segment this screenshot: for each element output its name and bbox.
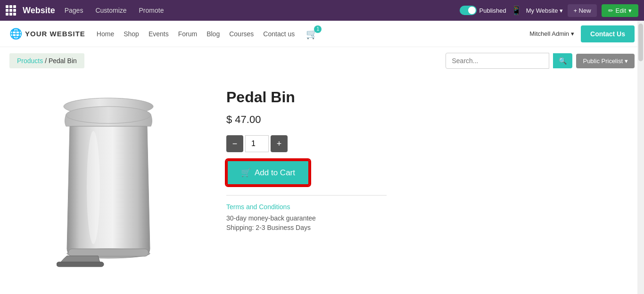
site-brand[interactable]: 🌐 YOUR WEBSITE [9, 28, 85, 40]
scrollbar-thumb[interactable] [638, 24, 643, 61]
quantity-input[interactable] [245, 135, 269, 152]
product-title: Pedal Bin [226, 89, 635, 106]
mobile-view-icon[interactable]: 📱 [511, 5, 521, 16]
cart-icon-wrap[interactable]: 🛒 1 [306, 28, 318, 40]
edit-button[interactable]: ✏ Edit ▾ [602, 4, 638, 17]
admin-nav-customize[interactable]: Customize [92, 5, 129, 16]
admin-bar: Website Pages Customize Promote Publishe… [0, 0, 644, 21]
breadcrumb: Products / Pedal Bin [9, 53, 84, 68]
breadcrumb-products-link[interactable]: Products [17, 57, 43, 65]
user-dropdown[interactable]: Mitchell Admin ▾ [529, 30, 574, 37]
quantity-decrease-button[interactable]: − [226, 135, 243, 152]
pricelist-button[interactable]: Public Pricelist ▾ [576, 54, 635, 68]
product-details: Pedal Bin $ 47.00 − + 🛒 Add to Cart Term… [226, 84, 635, 233]
pencil-icon: ✏ [608, 7, 613, 14]
breadcrumb-row: Products / Pedal Bin 🔍 Public Pricelist … [0, 47, 644, 74]
nav-forum[interactable]: Forum [178, 30, 197, 38]
breadcrumb-separator: / [45, 57, 47, 65]
product-image [57, 89, 160, 268]
website-navbar: 🌐 YOUR WEBSITE Home Shop Events Forum Bl… [0, 21, 644, 47]
contact-us-button[interactable]: Contact Us [581, 25, 635, 42]
admin-bar-left: Website Pages Customize Promote [6, 5, 452, 16]
published-label: Published [479, 7, 506, 14]
search-wrap: 🔍 Public Pricelist ▾ [446, 53, 635, 69]
edit-label: Edit [616, 7, 626, 14]
edit-chevron-icon: ▾ [628, 7, 632, 14]
nav-courses[interactable]: Courses [229, 30, 254, 38]
nav-contact-us[interactable]: Contact us [263, 30, 295, 38]
product-divider [226, 195, 387, 196]
published-toggle[interactable] [460, 6, 477, 15]
site-nav: Home Shop Events Forum Blog Courses Cont… [97, 28, 529, 40]
my-website-label: My Website [526, 7, 558, 14]
toggle-knob [468, 7, 476, 14]
pedal-bin-svg [57, 89, 160, 268]
user-chevron-icon: ▾ [571, 30, 574, 37]
nav-right: Mitchell Admin ▾ Contact Us [529, 25, 635, 42]
guarantee-text: 30-day money-back guarantee [226, 214, 635, 222]
cart-badge: 1 [314, 25, 322, 33]
quantity-row: − + [226, 135, 635, 152]
grid-menu-icon[interactable] [6, 5, 16, 16]
site-name: YOUR WEBSITE [25, 30, 85, 38]
quantity-increase-button[interactable]: + [271, 135, 288, 152]
shipping-text: Shipping: 2-3 Business Days [226, 224, 635, 231]
admin-nav-pages[interactable]: Pages [62, 5, 86, 16]
search-button[interactable]: 🔍 [553, 53, 572, 68]
nav-home[interactable]: Home [97, 30, 114, 38]
terms-and-conditions-link[interactable]: Terms and Conditions [226, 203, 635, 211]
nav-shop[interactable]: Shop [124, 30, 139, 38]
published-toggle-wrap: Published [460, 6, 506, 15]
svg-point-2 [87, 131, 100, 244]
breadcrumb-current: Pedal Bin [49, 57, 77, 65]
pricelist-label: Public Pricelist [583, 57, 623, 65]
admin-bar-right: Published 📱 My Website ▾ + New ✏ Edit ▾ [460, 4, 638, 17]
nav-events[interactable]: Events [149, 30, 169, 38]
svg-rect-5 [57, 262, 104, 267]
product-image-wrap [9, 84, 207, 272]
admin-nav-promote[interactable]: Promote [136, 5, 167, 16]
search-input[interactable] [446, 53, 549, 69]
search-icon: 🔍 [559, 57, 567, 65]
admin-title: Website [23, 6, 55, 16]
svg-point-1 [66, 106, 151, 123]
pricelist-chevron-icon: ▾ [625, 57, 628, 65]
product-area: Pedal Bin $ 47.00 − + 🛒 Add to Cart Term… [0, 74, 644, 282]
plus-icon: + [277, 139, 282, 149]
chevron-down-icon: ▾ [560, 7, 563, 14]
add-to-cart-label: Add to Cart [255, 168, 295, 178]
cart-btn-icon: 🛒 [241, 168, 251, 178]
scrollbar-track[interactable] [637, 21, 644, 282]
my-website-dropdown[interactable]: My Website ▾ [526, 7, 563, 14]
user-name: Mitchell Admin [529, 30, 569, 37]
add-to-cart-button[interactable]: 🛒 Add to Cart [226, 160, 310, 186]
new-button[interactable]: + New [568, 4, 596, 17]
nav-blog[interactable]: Blog [206, 30, 220, 38]
minus-icon: − [232, 139, 238, 149]
svg-rect-4 [68, 249, 149, 256]
globe-icon: 🌐 [9, 28, 22, 40]
product-price: $ 47.00 [226, 114, 635, 126]
